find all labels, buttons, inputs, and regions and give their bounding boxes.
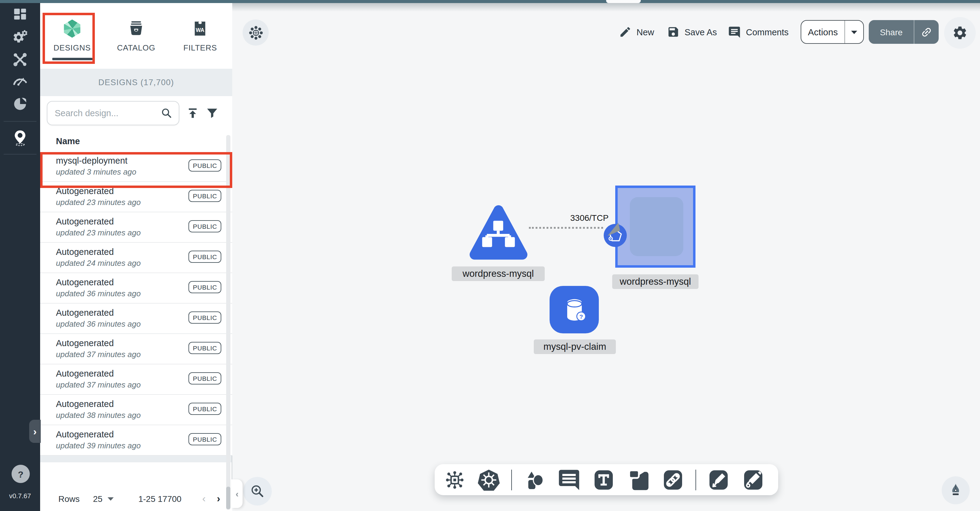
copy-link-button[interactable]	[914, 26, 939, 38]
designs-list: mysql-deployment updated 3 minutes ago P…	[40, 152, 232, 456]
design-row[interactable]: Autogenerated updated 39 minutes ago PUB…	[40, 425, 232, 456]
panel-scrollbar-thumb[interactable]	[226, 487, 231, 509]
lifecycle-gears-icon	[12, 29, 28, 45]
whiteboard-pen-button[interactable]	[942, 476, 970, 504]
configuration-tools-icon	[12, 52, 28, 67]
design-row[interactable]: Autogenerated updated 38 minutes ago PUB…	[40, 395, 232, 425]
sidebar-item-extensions[interactable]	[0, 93, 40, 116]
sidebar-item-lifecycle[interactable]	[0, 26, 40, 49]
dock-draw-button[interactable]	[741, 468, 765, 492]
design-row[interactable]: Autogenerated updated 37 minutes ago PUB…	[40, 364, 232, 395]
new-label: New	[636, 27, 654, 37]
sidebar-item-dashboard[interactable]	[0, 3, 40, 26]
search-input[interactable]	[54, 108, 161, 119]
tab-designs[interactable]: DESIGNS	[40, 3, 104, 69]
dock-kubernetes-button[interactable]	[477, 468, 501, 492]
edge-wordpress-mysql[interactable]	[529, 227, 603, 229]
dock-note-button[interactable]	[626, 468, 651, 492]
share-button[interactable]: Share	[869, 20, 939, 44]
dock-comment-button[interactable]	[557, 468, 581, 492]
page-prev-button[interactable]: ‹	[197, 492, 211, 506]
comments-button[interactable]: Comments	[728, 26, 789, 39]
pencil-icon	[619, 26, 632, 38]
design-name: Autogenerated	[56, 399, 114, 409]
performance-gauge-icon	[12, 73, 28, 89]
design-name: Autogenerated	[56, 186, 114, 196]
zoom-in-icon	[250, 484, 265, 499]
database-cylinder-icon: ?	[558, 294, 590, 326]
canvas-dock	[435, 464, 778, 495]
rows-per-page-value[interactable]: 25	[93, 494, 102, 504]
tab-catalog[interactable]: CATALOG	[104, 3, 169, 69]
search-icon	[161, 107, 173, 119]
save-as-button[interactable]: Save As	[667, 26, 717, 38]
tab-filters[interactable]: WA FILTERS	[168, 3, 232, 69]
actions-dropdown[interactable]	[845, 29, 863, 34]
upload-design-icon[interactable]	[186, 107, 199, 120]
design-row[interactable]: Autogenerated updated 36 minutes ago PUB…	[40, 273, 232, 303]
meshery-playground-window: ? v0.7.67 › DESIGNS CATALOG WA	[0, 0, 980, 511]
sidebar-item-kanvas[interactable]	[0, 123, 40, 152]
edge-label-pointer	[606, 222, 621, 237]
design-row[interactable]: Autogenerated updated 23 minutes ago PUB…	[40, 212, 232, 243]
panel-scrollbar-track[interactable]	[226, 135, 231, 510]
design-search-box[interactable]	[47, 101, 179, 125]
search-row	[40, 96, 232, 130]
visibility-badge: PUBLIC	[189, 342, 221, 354]
actions-button[interactable]: Actions	[801, 20, 864, 44]
pvc-node-mysql-pv-claim[interactable]: ?	[550, 286, 599, 333]
design-name: Autogenerated	[56, 369, 114, 378]
dock-relationship-button[interactable]	[661, 468, 685, 492]
app-version: v0.7.67	[0, 492, 40, 500]
design-updated: updated 24 minutes ago	[56, 259, 141, 268]
design-updated: updated 38 minutes ago	[56, 410, 141, 420]
button-divider	[845, 21, 845, 43]
dock-text-button[interactable]	[592, 468, 616, 492]
design-row[interactable]: Autogenerated updated 36 minutes ago PUB…	[40, 303, 232, 334]
design-updated: updated 23 minutes ago	[56, 198, 141, 207]
wasm-filters-icon: WA	[191, 19, 210, 38]
dock-shapes-button[interactable]	[522, 468, 547, 492]
catalog-drawer-icon	[127, 19, 145, 38]
sidebar-expand-button[interactable]: ›	[29, 420, 41, 443]
design-row[interactable]: Autogenerated updated 37 minutes ago PUB…	[40, 334, 232, 364]
visibility-badge: PUBLIC	[189, 220, 221, 232]
design-name: Autogenerated	[56, 247, 114, 257]
deployment-node-inner	[630, 197, 683, 256]
panel-tabs: DESIGNS CATALOG WA FILTERS	[40, 3, 232, 69]
extensions-icon	[12, 96, 28, 112]
panel-collapse-button[interactable]: ‹	[232, 479, 243, 508]
pen-nib-icon	[948, 482, 964, 498]
dock-annotate-button[interactable]	[706, 468, 731, 492]
dock-component-button[interactable]	[443, 468, 466, 491]
rows-per-page-caret-icon[interactable]	[107, 497, 114, 501]
service-node-wordpress-mysql[interactable]	[469, 203, 528, 265]
filter-funnel-icon[interactable]	[205, 107, 219, 120]
canvas-menu-button[interactable]	[243, 19, 269, 46]
design-updated: updated 23 minutes ago	[56, 228, 141, 237]
deployment-node-wordpress-mysql-selected[interactable]	[615, 185, 695, 268]
design-row[interactable]: Autogenerated updated 24 minutes ago PUB…	[40, 243, 232, 273]
svg-text:?: ?	[579, 314, 583, 320]
sidebar-item-performance[interactable]	[0, 69, 40, 93]
sidebar-divider	[4, 154, 37, 155]
sidebar-item-configuration[interactable]	[0, 48, 40, 71]
svg-text:WA: WA	[196, 27, 205, 33]
zoom-in-button[interactable]	[243, 477, 272, 506]
visibility-badge: PUBLIC	[189, 433, 221, 445]
pvc-node-label: mysql-pv-claim	[534, 339, 616, 354]
meshery-logo-icon	[63, 19, 81, 38]
design-name: Autogenerated	[56, 278, 114, 287]
canvas-settings-button[interactable]	[944, 17, 976, 49]
page-next-button[interactable]: ›	[212, 492, 225, 506]
chevron-right-icon: ›	[33, 426, 37, 436]
top-drawer-handle[interactable]	[606, 0, 641, 3]
design-row[interactable]: Autogenerated updated 23 minutes ago PUB…	[40, 182, 232, 212]
kanvas-pin-icon	[11, 129, 29, 146]
design-row[interactable]: mysql-deployment updated 3 minutes ago P…	[40, 152, 232, 182]
edge-port-label: 3306/TCP	[570, 213, 613, 223]
new-design-button[interactable]: New	[619, 26, 654, 38]
help-button[interactable]: ?	[11, 465, 30, 483]
visibility-badge: PUBLIC	[189, 160, 221, 172]
dock-divider	[695, 469, 696, 490]
